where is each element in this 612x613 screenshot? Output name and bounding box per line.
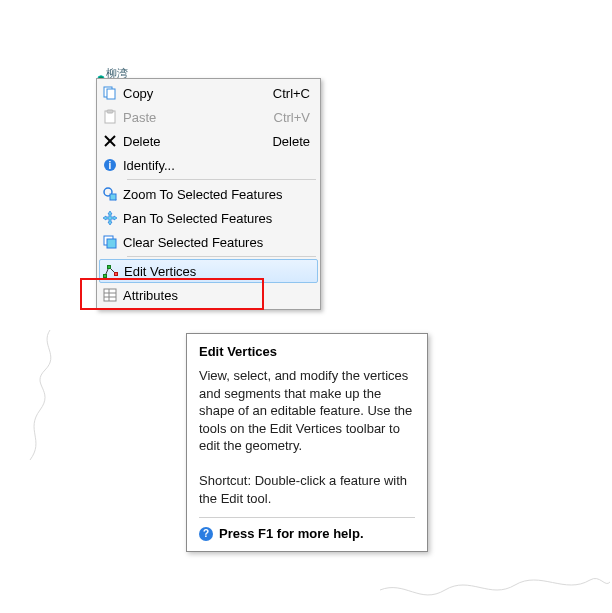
menu-shortcut: Ctrl+V <box>274 110 318 125</box>
identify-icon: i <box>101 156 119 174</box>
edit-vertices-icon <box>102 262 120 280</box>
svg-text:i: i <box>109 160 112 171</box>
menu-shortcut: Ctrl+C <box>273 86 318 101</box>
tooltip-body: View, select, and modify the vertices an… <box>199 367 415 507</box>
menu-item-identify[interactable]: i Identify... <box>99 153 318 177</box>
menu-shortcut: Delete <box>272 134 318 149</box>
menu-item-zoom-selected[interactable]: Zoom To Selected Features <box>99 182 318 206</box>
menu-label: Edit Vertices <box>124 264 317 279</box>
map-border-decor-1 <box>0 330 70 460</box>
svg-rect-17 <box>104 289 116 301</box>
tooltip-footer-text: Press F1 for more help. <box>219 526 364 541</box>
copy-icon <box>101 84 119 102</box>
svg-rect-16 <box>115 273 118 276</box>
tooltip-title: Edit Vertices <box>199 344 415 359</box>
menu-item-attributes[interactable]: Attributes <box>99 283 318 307</box>
menu-label: Delete <box>123 134 272 149</box>
map-border-decor-2 <box>380 560 610 613</box>
zoom-sel-icon <box>101 185 119 203</box>
menu-separator <box>127 256 316 257</box>
tooltip: Edit Vertices View, select, and modify t… <box>186 333 428 552</box>
menu-item-edit-vertices[interactable]: Edit Vertices <box>99 259 318 283</box>
menu-label: Attributes <box>123 288 318 303</box>
menu-label: Clear Selected Features <box>123 235 318 250</box>
menu-label: Copy <box>123 86 273 101</box>
menu-item-delete[interactable]: Delete Delete <box>99 129 318 153</box>
clear-sel-icon <box>101 233 119 251</box>
menu-label: Pan To Selected Features <box>123 211 318 226</box>
menu-item-paste: Paste Ctrl+V <box>99 105 318 129</box>
attributes-icon <box>101 286 119 304</box>
svg-rect-13 <box>107 239 116 248</box>
svg-rect-2 <box>107 89 115 99</box>
help-icon: ? <box>199 527 213 541</box>
menu-separator <box>127 179 316 180</box>
tooltip-body-2: Shortcut: Double-click a feature with th… <box>199 472 415 507</box>
delete-icon <box>101 132 119 150</box>
pan-sel-icon <box>101 209 119 227</box>
svg-rect-14 <box>104 275 107 278</box>
svg-rect-15 <box>108 266 111 269</box>
svg-rect-4 <box>107 110 113 113</box>
menu-label: Identify... <box>123 158 318 173</box>
context-menu: Copy Ctrl+C Paste Ctrl+V Delete Delete i… <box>96 78 321 310</box>
svg-rect-11 <box>110 194 116 200</box>
menu-item-copy[interactable]: Copy Ctrl+C <box>99 81 318 105</box>
paste-icon <box>101 108 119 126</box>
tooltip-footer: ? Press F1 for more help. <box>199 517 415 541</box>
menu-label: Zoom To Selected Features <box>123 187 318 202</box>
menu-item-clear-selected[interactable]: Clear Selected Features <box>99 230 318 254</box>
menu-item-pan-selected[interactable]: Pan To Selected Features <box>99 206 318 230</box>
menu-label: Paste <box>123 110 274 125</box>
tooltip-body-1: View, select, and modify the vertices an… <box>199 367 415 455</box>
